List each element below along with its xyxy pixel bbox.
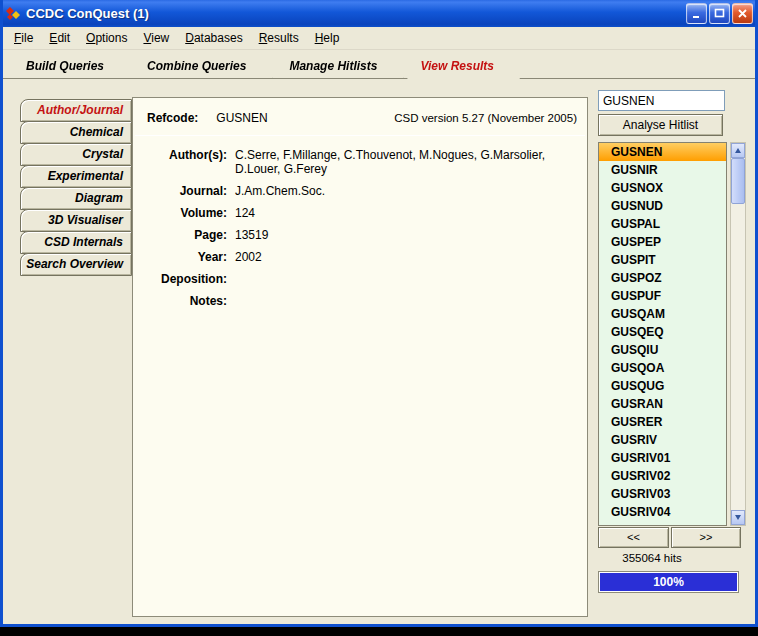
menu-help[interactable]: Help xyxy=(307,29,348,47)
tab-manage-hitlists[interactable]: Manage Hitlists xyxy=(276,53,403,78)
hitlist-item[interactable]: GUSRIV xyxy=(599,431,726,449)
field-value-authors: C.Serre, F.Millange, C.Thouvenot, M.Nogu… xyxy=(235,148,577,176)
refcode-label: Refcode: xyxy=(147,111,198,125)
field-label-notes: Notes: xyxy=(141,294,227,308)
hitlist-scrollbar[interactable] xyxy=(730,142,746,526)
hitlist-item[interactable]: GUSRIV01 xyxy=(599,449,726,467)
arrow-down-icon xyxy=(735,515,741,520)
refcode-list[interactable]: GUSNEN GUSNIR GUSNOX GUSNUD GUSPAL GUSPE… xyxy=(598,142,727,526)
field-label-journal: Journal: xyxy=(141,184,227,198)
field-value-deposition xyxy=(235,272,577,286)
hitlist-item[interactable]: GUSRIV02 xyxy=(599,467,726,485)
scrollbar-thumb[interactable] xyxy=(731,158,745,204)
field-label-year: Year: xyxy=(141,250,227,264)
app-icon xyxy=(5,6,21,22)
tab-build-queries[interactable]: Build Queries xyxy=(13,53,130,78)
hitlist-item[interactable]: GUSQEQ xyxy=(599,323,726,341)
hitlist-item[interactable]: GUSPOZ xyxy=(599,269,726,287)
title-bar[interactable]: CCDC ConQuest (1) xyxy=(0,0,758,27)
hitlist-item[interactable]: GUSQAM xyxy=(599,305,726,323)
window-title: CCDC ConQuest (1) xyxy=(26,6,681,21)
bibliography-fields: Author(s): C.Serre, F.Millange, C.Thouve… xyxy=(133,136,587,308)
field-label-deposition: Deposition: xyxy=(141,272,227,286)
csd-version-text: CSD version 5.27 (November 2005) xyxy=(394,112,577,124)
field-value-notes xyxy=(235,294,577,308)
hitlist-item[interactable]: GUSQIU xyxy=(599,341,726,359)
results-sidebar: Author/Journal Chemical Crystal Experime… xyxy=(20,99,132,276)
field-value-journal: J.Am.Chem.Soc. xyxy=(235,184,577,198)
hitlist-item[interactable]: GUSNOX xyxy=(599,179,726,197)
app-window: CCDC ConQuest (1) File Edit Options View… xyxy=(0,0,758,627)
sidebar-item-csd-internals[interactable]: CSD Internals xyxy=(20,231,132,254)
field-label-authors: Author(s): xyxy=(141,148,227,176)
progress-fill: 100% xyxy=(600,573,737,591)
analyse-hitlist-button[interactable]: Analyse Hitlist xyxy=(598,114,723,136)
field-label-page: Page: xyxy=(141,228,227,242)
menu-results[interactable]: Results xyxy=(251,29,307,47)
sidebar-item-diagram[interactable]: Diagram xyxy=(20,187,132,210)
hitlist-item[interactable]: GUSNIR xyxy=(599,161,726,179)
hitlist-item[interactable]: GUSPAL xyxy=(599,215,726,233)
arrow-up-icon xyxy=(735,148,741,153)
hitlist-item[interactable]: GUSQOA xyxy=(599,359,726,377)
menu-edit[interactable]: Edit xyxy=(41,29,78,47)
scroll-up-button[interactable] xyxy=(731,143,745,158)
sidebar-item-experimental[interactable]: Experimental xyxy=(20,165,132,188)
hitlist-item[interactable]: GUSPIT xyxy=(599,251,726,269)
refcode-value: GUSNEN xyxy=(216,111,394,125)
details-panel: Refcode: GUSNEN CSD version 5.27 (Novemb… xyxy=(132,97,588,617)
main-tabstrip: Build Queries Combine Queries Manage Hit… xyxy=(3,51,755,79)
sidebar-item-3d-visualiser[interactable]: 3D Visualiser xyxy=(20,209,132,232)
search-progress-bar: 100% xyxy=(598,571,739,593)
next-entry-button[interactable]: >> xyxy=(671,527,741,548)
menu-file[interactable]: File xyxy=(6,29,41,47)
hitlist-item[interactable]: GUSNUD xyxy=(599,197,726,215)
field-value-year: 2002 xyxy=(235,250,577,264)
minimize-button[interactable] xyxy=(686,3,707,24)
tab-view-results[interactable]: View Results xyxy=(407,52,520,79)
menu-bar: File Edit Options View Databases Results… xyxy=(3,27,755,50)
hitlist-item[interactable]: GUSPUF xyxy=(599,287,726,305)
menu-databases[interactable]: Databases xyxy=(177,29,250,47)
sidebar-item-crystal[interactable]: Crystal xyxy=(20,143,132,166)
maximize-button[interactable] xyxy=(709,3,730,24)
tab-baseline xyxy=(3,78,755,79)
sidebar-item-author-journal[interactable]: Author/Journal xyxy=(20,99,132,122)
tab-combine-queries[interactable]: Combine Queries xyxy=(134,53,272,78)
hitlist-item-selected[interactable]: GUSNEN xyxy=(599,143,726,161)
close-button[interactable] xyxy=(732,3,753,24)
menu-options[interactable]: Options xyxy=(78,29,135,47)
sidebar-item-chemical[interactable]: Chemical xyxy=(20,121,132,144)
hits-count: 355064 hits xyxy=(586,552,718,564)
hitlist-item[interactable]: GUSPEP xyxy=(599,233,726,251)
menu-view[interactable]: View xyxy=(135,29,177,47)
field-value-page: 13519 xyxy=(235,228,577,242)
sidebar-item-search-overview[interactable]: Search Overview xyxy=(20,253,132,276)
hitlist-item[interactable]: GUSRIV04 xyxy=(599,503,726,521)
hitlist-item[interactable]: GUSRAN xyxy=(599,395,726,413)
refcode-search-input[interactable] xyxy=(598,90,725,111)
field-value-volume: 124 xyxy=(235,206,577,220)
hitlist-item[interactable]: GUSQUG xyxy=(599,377,726,395)
field-label-volume: Volume: xyxy=(141,206,227,220)
previous-entry-button[interactable]: << xyxy=(598,527,669,548)
hitlist-item[interactable]: GUSRER xyxy=(599,413,726,431)
scroll-down-button[interactable] xyxy=(731,510,745,525)
hitlist-item[interactable]: GUSRIV03 xyxy=(599,485,726,503)
